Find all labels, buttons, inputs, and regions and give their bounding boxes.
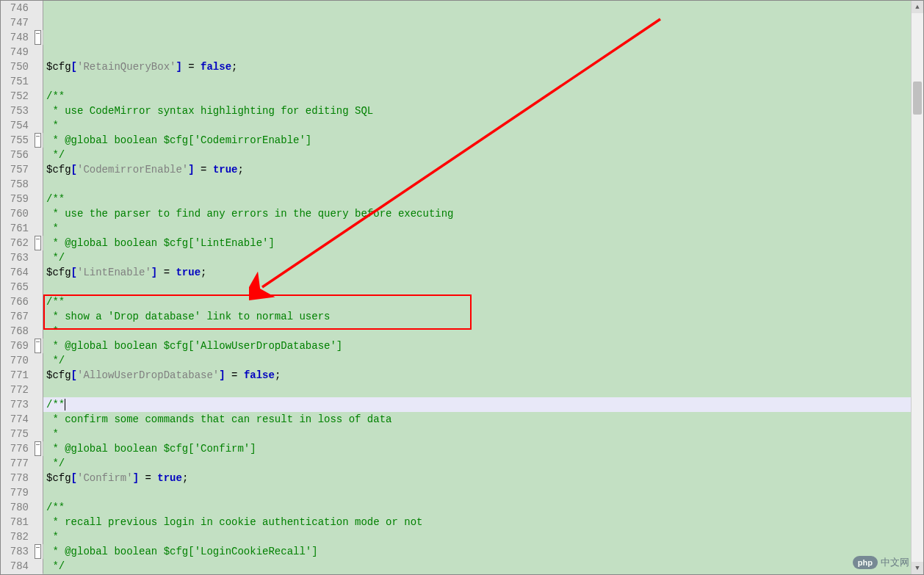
token-cmt: * show a 'Drop database' link to normal … (46, 311, 330, 322)
vertical-scrollbar[interactable]: ▲ ▼ (911, 1, 923, 574)
fold-line (33, 59, 43, 74)
token-br: [ (71, 267, 77, 278)
fold-line (33, 177, 43, 192)
code-line[interactable]: */ (43, 353, 911, 368)
fold-minus-icon[interactable] (33, 339, 43, 353)
code-line[interactable]: * (43, 324, 911, 339)
token-op: = (182, 61, 201, 73)
code-line[interactable]: /** (43, 89, 911, 104)
watermark-badge: php (853, 556, 878, 569)
fold-line (33, 500, 43, 515)
token-cmt: * @global boolean $cfg['LintEnable'] (46, 237, 275, 249)
fold-minus-icon[interactable] (33, 236, 43, 250)
token-cmt: */ (46, 252, 65, 264)
code-line[interactable]: $cfg['AllowUserDropDatabase'] = false; (43, 368, 911, 383)
token-br: [ (71, 472, 77, 484)
token-br: ] (188, 164, 194, 176)
line-number: 765 (4, 280, 29, 294)
token-cmt: * use CodeMirror syntax highlighting for… (46, 105, 373, 117)
code-line[interactable]: */ (43, 456, 911, 471)
fold-line (33, 412, 43, 427)
code-line[interactable]: $cfg['CodemirrorEnable'] = true; (43, 162, 911, 177)
line-number-gutter: 7467477487497507517527537547557567577587… (1, 1, 33, 574)
code-area[interactable]: $cfg['RetainQueryBox'] = false;/** * use… (43, 1, 911, 574)
token-cmt: * @global boolean $cfg['LoginCookieRecal… (46, 546, 318, 557)
token-bool: true (176, 267, 201, 278)
scroll-down-button[interactable]: ▼ (912, 562, 923, 574)
line-number: 758 (4, 177, 29, 192)
token-cmt: * use the parser to find any errors in t… (46, 208, 454, 220)
fold-line (33, 456, 43, 471)
line-number: 754 (4, 118, 29, 133)
token-str: 'CodemirrorEnable' (77, 164, 188, 176)
code-line[interactable]: * @global boolean $cfg['AllowUserDropDat… (43, 339, 911, 353)
scroll-up-button[interactable]: ▲ (912, 1, 923, 13)
code-line[interactable] (43, 280, 911, 294)
fold-minus-icon[interactable] (33, 133, 43, 148)
code-line[interactable]: /** (43, 192, 911, 206)
code-line[interactable]: * (43, 529, 911, 544)
line-number: 753 (4, 104, 29, 118)
code-line[interactable] (43, 383, 911, 397)
code-line[interactable]: * show a 'Drop database' link to normal … (43, 309, 911, 324)
code-line[interactable]: */ (43, 559, 911, 574)
code-editor[interactable]: 7467477487497507517527537547557567577587… (0, 0, 924, 575)
token-str: 'AllowUserDropDatabase' (77, 369, 219, 381)
code-line[interactable]: $cfg['Confirm'] = true; (43, 471, 911, 485)
line-number: 749 (4, 45, 29, 59)
token-bool: false (201, 61, 231, 73)
code-line[interactable]: /** (43, 294, 911, 309)
code-line[interactable]: */ (43, 250, 911, 265)
token-var: $cfg (46, 369, 71, 381)
line-number: 747 (4, 15, 29, 30)
code-line[interactable]: /** (43, 500, 911, 515)
code-line[interactable]: $cfg['LintEnable'] = true; (43, 265, 911, 280)
fold-minus-icon[interactable] (33, 30, 43, 45)
code-line[interactable]: * (43, 221, 911, 236)
code-line[interactable]: * (43, 118, 911, 133)
code-line[interactable]: * @global boolean $cfg['LoginCookieRecal… (43, 544, 911, 559)
token-cmt: /** (46, 90, 65, 102)
code-line[interactable]: * @global boolean $cfg['CodemirrorEnable… (43, 133, 911, 148)
line-number: 776 (4, 441, 29, 456)
scroll-thumb[interactable] (913, 82, 922, 115)
code-line[interactable] (43, 74, 911, 89)
line-number: 771 (4, 368, 29, 383)
token-cmt: * confirm some commands that can result … (46, 413, 391, 425)
code-line[interactable]: /** (43, 397, 911, 412)
code-line[interactable]: $cfg['RetainQueryBox'] = false; (43, 59, 911, 74)
fold-minus-icon[interactable] (33, 441, 43, 456)
code-line[interactable]: * (43, 427, 911, 441)
code-line[interactable] (43, 485, 911, 500)
code-line[interactable]: * use the parser to find any errors in t… (43, 206, 911, 221)
line-number: 777 (4, 456, 29, 471)
line-number: 782 (4, 529, 29, 544)
code-line[interactable] (43, 177, 911, 192)
fold-line (33, 74, 43, 89)
token-var: $cfg (46, 61, 71, 73)
token-var: $cfg (46, 267, 71, 278)
watermark: php 中文网 (853, 556, 909, 569)
code-line[interactable]: */ (43, 148, 911, 162)
fold-column[interactable] (33, 1, 43, 574)
fold-minus-icon[interactable] (33, 544, 43, 559)
fold-line (33, 529, 43, 544)
line-number: 761 (4, 221, 29, 236)
line-number: 769 (4, 339, 29, 353)
token-cmt: /** (46, 502, 65, 513)
line-number: 750 (4, 59, 29, 74)
fold-line (33, 294, 43, 309)
fold-line (33, 265, 43, 280)
code-line[interactable]: * use CodeMirror syntax highlighting for… (43, 104, 911, 118)
line-number: 773 (4, 397, 29, 412)
fold-line (33, 368, 43, 383)
token-op: = (225, 369, 244, 381)
code-line[interactable]: * @global boolean $cfg['Confirm'] (43, 441, 911, 456)
token-br: ] (219, 369, 225, 381)
token-br: [ (71, 369, 77, 381)
fold-line (33, 485, 43, 500)
fold-line (33, 397, 43, 412)
code-line[interactable]: * @global boolean $cfg['LintEnable'] (43, 236, 911, 250)
code-line[interactable]: * confirm some commands that can result … (43, 412, 911, 427)
code-line[interactable]: * recall previous login in cookie authen… (43, 515, 911, 529)
